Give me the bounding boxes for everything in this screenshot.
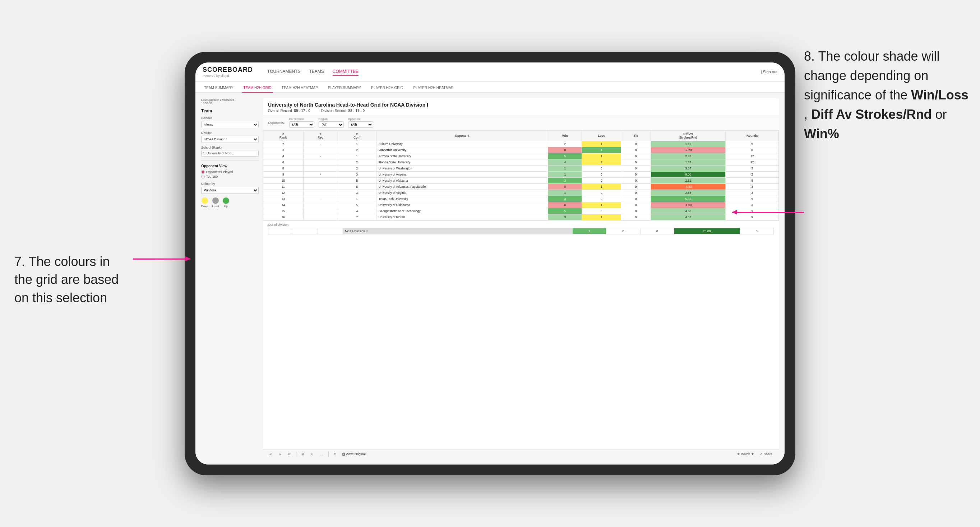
out-of-division-table: NCAA Division II 1 0 0 26.00 3 [268, 228, 774, 235]
cell-reg [303, 214, 338, 221]
toolbar-cut[interactable]: ✂ [309, 452, 315, 457]
filter-row: Opponents: Conference (All) Region (All) [263, 115, 779, 130]
nav-sign-out[interactable]: | Sign out [761, 70, 777, 74]
cell-conf: 2 [338, 159, 376, 165]
cell-team: University of Florida [376, 214, 548, 221]
filter-opponent: Opponent (All) [348, 117, 373, 128]
region-select[interactable]: (All) [319, 121, 344, 128]
cell-conf: 1 [338, 196, 376, 202]
cell-diff: 2.61 [651, 178, 725, 184]
cell-team: University of Oklahoma [376, 202, 548, 208]
cell-conf: 6 [338, 184, 376, 190]
gender-select[interactable]: Men's [201, 121, 259, 128]
opponent-select[interactable]: (All) [348, 121, 373, 128]
cell-team: Auburn University [376, 141, 548, 147]
toolbar-clock[interactable]: ⊙ [332, 452, 338, 457]
filter-conference: Conference (All) [289, 117, 314, 128]
table-row: 10 5 University of Alabama 3 0 0 2.61 8 [263, 178, 779, 184]
col-conf: #Conf [338, 131, 376, 141]
cell-win: 1 [548, 171, 582, 178]
colour-legend: Down Level Up [201, 197, 259, 208]
cell-diff: 1.67 [651, 141, 725, 147]
cell-conf: 7 [338, 214, 376, 221]
cell-win: 3 [548, 196, 582, 202]
main-grid: University of North Carolina Head-to-Hea… [263, 98, 779, 459]
logo: SCOREBOARD Powered by clippd [203, 66, 253, 78]
cell-diff: 9.00 [651, 171, 725, 178]
out-rounds: 3 [740, 228, 773, 235]
toolbar-undo[interactable]: ↩ [268, 452, 274, 457]
cell-loss: 4 [582, 147, 621, 153]
cell-rounds: 9 [725, 214, 779, 221]
table-row: 12 3 University of Virginia 1 0 0 2.33 3 [263, 190, 779, 196]
legend-level-label: Level [212, 205, 219, 208]
nav-tournaments[interactable]: TOURNAMENTS [267, 67, 300, 76]
grid-records: Overall Record: 89 - 17 - 0 Division Rec… [268, 109, 774, 113]
toolbar-grid[interactable]: ⊞ [300, 452, 306, 457]
nav-links: TOURNAMENTS TEAMS COMMITTEE [267, 67, 358, 76]
radio-top100[interactable]: Top 100 [201, 175, 259, 178]
cell-reg [303, 190, 338, 196]
sub-nav-team-h2h-grid[interactable]: TEAM H2H GRID [242, 84, 273, 93]
cell-rank: 8 [263, 165, 304, 171]
cell-reg [303, 165, 338, 171]
sub-nav: TEAM SUMMARY TEAM H2H GRID TEAM H2H HEAT… [196, 81, 784, 93]
cell-reg: - [303, 153, 338, 159]
cell-reg [303, 159, 338, 165]
nav-teams[interactable]: TEAMS [309, 67, 324, 76]
cell-diff: 4.62 [651, 214, 725, 221]
toolbar-share[interactable]: ↗ Share [758, 452, 774, 457]
cell-team: Georgia Institute of Technology [376, 208, 548, 214]
logo-subtitle: Powered by clippd [203, 74, 253, 78]
bottom-toolbar: ↩ ↪ ↺ ⊞ ✂ … ⊙ 🖼 View: Original 👁 Watch ▼… [263, 449, 779, 459]
cell-tie: 0 [621, 196, 651, 202]
cell-reg: - [303, 196, 338, 202]
division-select[interactable]: NCAA Division I [201, 136, 259, 143]
sub-nav-team-summary[interactable]: TEAM SUMMARY [203, 84, 235, 92]
division-record: Division Record: 88 - 17 - 0 [321, 109, 364, 113]
legend-dot-level [212, 197, 219, 204]
colour-by-select[interactable]: Win/loss [201, 187, 259, 194]
toolbar-refresh[interactable]: ↺ [287, 452, 293, 457]
cell-diff: 2.28 [651, 153, 725, 159]
toolbar-sep-1 [296, 452, 296, 457]
region-label: Region [319, 117, 344, 121]
annotation-right: 8. The colour shade will change dependin… [804, 47, 969, 144]
colour-by-label: Colour by [201, 182, 259, 186]
conf-select[interactable]: (All) [289, 121, 314, 128]
annotation-left: 7. The colours in the grid are based on … [14, 253, 129, 307]
table-row: 8 2 University of Washington 1 0 0 3.67 … [263, 165, 779, 171]
view-label: 🖼 View: Original [342, 452, 366, 456]
cell-win: 0 [548, 147, 582, 153]
out-diff: 26.00 [674, 228, 740, 235]
cell-conf: 2 [338, 147, 376, 153]
cell-rounds: 8 [725, 178, 779, 184]
cell-reg [303, 147, 338, 153]
sub-nav-team-h2h-heatmap[interactable]: TEAM H2H HEATMAP [280, 84, 319, 92]
cell-diff: 4.50 [651, 208, 725, 214]
sub-nav-player-summary[interactable]: PLAYER SUMMARY [326, 84, 363, 92]
opponent-view-title: Opponent View [201, 164, 259, 168]
cell-conf: 5 [338, 178, 376, 184]
cell-rank: 14 [263, 202, 304, 208]
radio-dot-2 [201, 175, 205, 178]
out-label: Out of division [268, 223, 774, 227]
cell-loss: 0 [582, 196, 621, 202]
toolbar-watch[interactable]: 👁 Watch ▼ [735, 452, 756, 457]
legend-level: Level [212, 197, 219, 208]
legend-down: Down [201, 197, 208, 208]
cell-tie: 0 [621, 184, 651, 190]
out-loss: 0 [606, 228, 640, 235]
grid-header: University of North Carolina Head-to-Hea… [263, 98, 779, 115]
cell-rounds: 3 [725, 165, 779, 171]
toolbar-redo[interactable]: ↪ [277, 452, 283, 457]
sub-nav-player-h2h-grid[interactable]: PLAYER H2H GRID [370, 84, 404, 92]
cell-rounds: 8 [725, 147, 779, 153]
toolbar-more[interactable]: … [319, 452, 325, 457]
sub-nav-player-h2h-heatmap[interactable]: PLAYER H2H HEATMAP [412, 84, 455, 92]
table-row: 6 2 Florida State University 4 2 0 1.83 … [263, 159, 779, 165]
radio-opponents-played[interactable]: Opponents Played [201, 170, 259, 174]
cell-loss: 0 [582, 165, 621, 171]
nav-committee[interactable]: COMMITTEE [332, 67, 358, 76]
cell-conf: 3 [338, 190, 376, 196]
